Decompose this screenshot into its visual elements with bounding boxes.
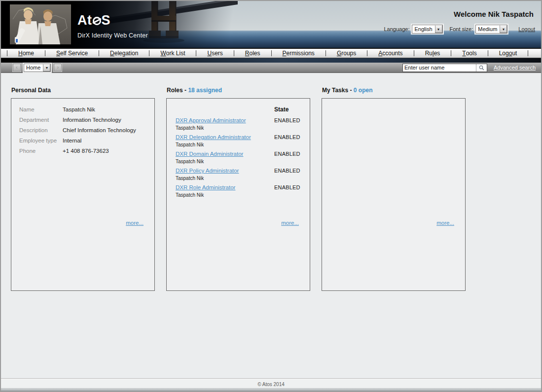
font-size-label: Font size: — [450, 26, 473, 32]
nav-tab-roles[interactable]: Roles — [234, 49, 271, 58]
role-link[interactable]: DXR Role Administrator — [176, 184, 274, 191]
field-row-phone: Phone +1 408 876-73623 — [19, 147, 149, 155]
roles-column: Roles - 18 assigned State DXR Approval A… — [166, 87, 310, 291]
welcome-text: Welcome Nik Taspatch — [454, 10, 534, 18]
role-state: ENABLED — [274, 167, 300, 181]
back-button[interactable]: ‹ — [13, 64, 21, 71]
tasks-panel: more... — [322, 98, 466, 291]
role-row: DXR Domain AdministratorTaspatch Nik ENA… — [176, 150, 305, 165]
tasks-title: My Tasks - 0 open — [322, 87, 466, 94]
product-subtitle: DirX Identity Web Center — [77, 32, 148, 39]
atos-logo-text-pre: At — [77, 13, 92, 28]
app-window: AtS DirX Identity Web Center Welcome Nik… — [0, 0, 542, 392]
breadcrumb-select[interactable]: Home ▼ — [24, 64, 51, 72]
main-nav: Home Self Service Delegation Work List U… — [1, 48, 541, 58]
atos-logo: AtS — [77, 13, 148, 28]
field-row-employee-type: Employee type Internal — [19, 137, 149, 144]
chevron-down-icon[interactable]: ▼ — [43, 64, 50, 71]
search-icon — [479, 65, 484, 71]
header-image-strip — [1, 58, 541, 63]
chevron-down-icon[interactable]: ▼ — [500, 25, 507, 33]
nav-tab-permissions[interactable]: Permissions — [272, 49, 325, 58]
atos-slashed-o-icon — [93, 17, 101, 25]
role-link[interactable]: DXR Approval Administrator — [176, 117, 274, 124]
search-input[interactable] — [403, 64, 476, 71]
font-size-select-value: Medium — [476, 25, 500, 33]
main-content: Personal Data Name Taspatch Nik Departme… — [1, 73, 541, 378]
nav-tab-delegation[interactable]: Delegation — [99, 49, 149, 58]
people-photo — [10, 4, 71, 44]
nav-tab-users[interactable]: Users — [196, 49, 233, 58]
role-link[interactable]: DXR Delegation Administrator — [176, 134, 274, 141]
language-label: Language: — [384, 26, 409, 32]
language-select-value: English — [412, 25, 434, 33]
role-row: DXR Approval AdministratorTaspatch Nik E… — [176, 117, 305, 131]
role-owner: Taspatch Nik — [176, 159, 274, 165]
nav-tab-self-service[interactable]: Self Service — [45, 49, 99, 58]
atos-logo-text-post: S — [102, 13, 111, 28]
role-link[interactable]: DXR Policy Administrator — [176, 167, 274, 175]
header-controls: Language: English ▼ Font size: Medium ▼ … — [384, 25, 535, 34]
search-button[interactable] — [476, 64, 487, 71]
role-row: DXR Delegation AdministratorTaspatch Nik… — [176, 134, 305, 148]
role-owner: Taspatch Nik — [176, 176, 274, 181]
field-row-department: Department Information Technology — [19, 116, 149, 124]
role-owner: Taspatch Nik — [176, 125, 274, 131]
personal-more-link[interactable]: more... — [126, 220, 144, 226]
forward-button[interactable]: › — [54, 64, 62, 71]
role-row: DXR Policy AdministratorTaspatch Nik ENA… — [176, 167, 305, 181]
nav-tab-home[interactable]: Home — [7, 49, 45, 58]
role-owner: Taspatch Nik — [176, 142, 274, 148]
role-row: DXR Role AdministratorTaspatch Nik ENABL… — [176, 184, 305, 198]
breadcrumb-select-value: Home — [24, 64, 43, 71]
roles-panel: State DXR Approval AdministratorTaspatch… — [166, 98, 310, 291]
roles-more-link[interactable]: more... — [281, 220, 299, 226]
nav-separator — [528, 50, 528, 56]
role-state: ENABLED — [274, 150, 300, 165]
copyright-text: © Atos 2014 — [257, 382, 285, 387]
user-search-box — [402, 64, 487, 72]
state-column-header: State — [274, 106, 289, 113]
role-state: ENABLED — [274, 184, 300, 198]
nav-tab-work-list[interactable]: Work List — [149, 49, 196, 58]
tasks-count: 0 open — [354, 87, 373, 94]
footer: © Atos 2014 — [1, 378, 541, 388]
window-bottom-strip — [1, 388, 541, 391]
nav-tab-tools[interactable]: Tools — [451, 49, 487, 58]
personal-data-title: Personal Data — [11, 87, 155, 94]
chevron-down-icon[interactable]: ▼ — [435, 25, 442, 33]
role-link[interactable]: DXR Domain Administrator — [176, 150, 274, 158]
roles-header-row: State — [176, 106, 305, 113]
personal-data-panel: Name Taspatch Nik Department Information… — [11, 98, 155, 291]
field-row-description: Description Chief Information Technology — [19, 127, 149, 134]
nav-tab-accounts[interactable]: Accounts — [367, 49, 413, 58]
font-size-select[interactable]: Medium ▼ — [475, 25, 507, 34]
tasks-more-link[interactable]: more... — [436, 220, 454, 226]
personal-data-column: Personal Data Name Taspatch Nik Departme… — [11, 87, 155, 291]
nav-tab-rules[interactable]: Rules — [414, 49, 451, 58]
language-select[interactable]: English ▼ — [412, 25, 442, 34]
header-logout-link[interactable]: Logout — [518, 26, 535, 32]
nav-tab-groups[interactable]: Groups — [326, 49, 367, 58]
advanced-search-link[interactable]: Advanced search — [494, 65, 536, 71]
breadcrumb-toolbar: ‹ Home ▼ › Advanced search — [1, 63, 541, 73]
roles-title: Roles - 18 assigned — [166, 87, 310, 94]
roles-count: 18 assigned — [188, 87, 222, 94]
field-row-name: Name Taspatch Nik — [19, 106, 149, 113]
brand-block: AtS DirX Identity Web Center — [77, 13, 148, 39]
tasks-column: My Tasks - 0 open more... — [322, 87, 466, 291]
search-area: Advanced search — [402, 64, 536, 72]
nav-tab-logout[interactable]: Logout — [488, 49, 528, 58]
role-state: ENABLED — [274, 134, 300, 148]
role-owner: Taspatch Nik — [176, 192, 274, 198]
role-state: ENABLED — [274, 117, 300, 131]
header-banner: AtS DirX Identity Web Center Welcome Nik… — [1, 1, 541, 48]
